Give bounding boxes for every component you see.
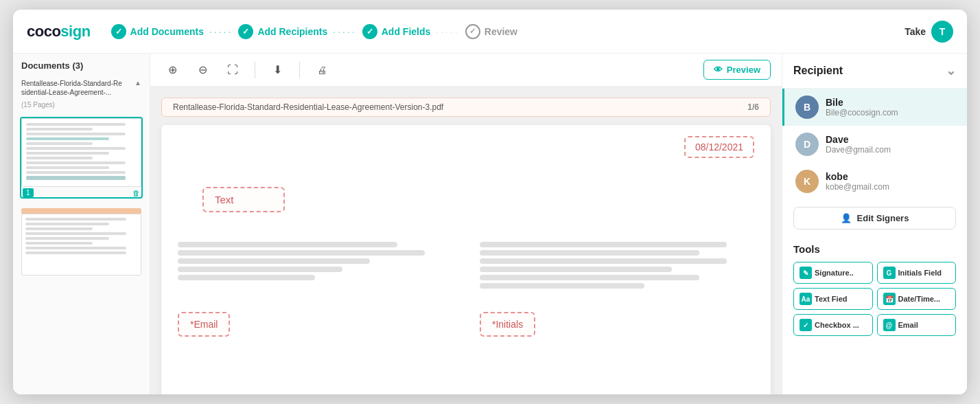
thumb-line	[25, 232, 126, 235]
chevron-down-icon[interactable]: ⌄	[946, 63, 956, 78]
trash-icon[interactable]: 🗑	[132, 189, 140, 197]
doc-line	[178, 250, 425, 256]
print-icon: 🖨	[317, 65, 327, 76]
fit-icon: ⛶	[227, 64, 238, 76]
nav-step-review[interactable]: ✓ Review	[465, 24, 517, 39]
sidebar-header: Documents (3)	[13, 60, 150, 76]
download-icon: ⬇	[273, 63, 282, 76]
thumb-line	[26, 147, 126, 150]
zoom-out-button[interactable]: ⊖	[191, 59, 213, 81]
thumb-line	[26, 133, 126, 135]
check-outline-review: ✓	[465, 24, 480, 39]
recipient-item-kobe[interactable]: K kobe kobe@gmail.com	[782, 163, 967, 200]
thumb-line	[26, 157, 93, 159]
nav-step-add-recipients[interactable]: ✓ Add Recipients	[238, 24, 327, 39]
thumb-line	[25, 242, 93, 245]
thumb-line	[26, 161, 126, 164]
tool-checkbox[interactable]: ✓ Checkbox ...	[793, 314, 873, 336]
right-panel: Recipient ⌄ B Bile Bile@cocosign.com D D…	[782, 54, 967, 394]
thumb-line	[26, 171, 126, 174]
thumb-line	[25, 247, 126, 249]
sidebar-doc-name[interactable]: Rentallease-Florida-Standard-Residential…	[13, 76, 150, 100]
avatar-dave: D	[795, 133, 819, 156]
thumb-line	[26, 128, 93, 131]
initials-field[interactable]: *Initials	[480, 312, 535, 337]
tools-title: Tools	[793, 243, 956, 255]
doc-line	[480, 267, 672, 272]
logo: cocosign	[27, 23, 91, 41]
sidebar: Documents (3) Rentallease-Florida-Standa…	[13, 54, 150, 394]
thumb-line	[25, 237, 109, 240]
print-button[interactable]: 🖨	[311, 59, 333, 81]
avatar-kobe: K	[795, 170, 819, 193]
zoom-in-icon: ⊕	[168, 63, 177, 76]
doc-content: Rentallease-Florida-Standard-Residential…	[150, 87, 782, 394]
calendar-icon: 📅	[883, 293, 896, 305]
doc-line	[480, 283, 644, 289]
check-icon-recipients: ✓	[238, 24, 253, 39]
doc-line	[480, 258, 727, 264]
top-nav: cocosign ✓ Add Documents ····· ✓ Add Rec…	[13, 10, 967, 54]
recipient-info-kobe: kobe kobe@gmail.com	[826, 171, 956, 192]
download-button[interactable]: ⬇	[266, 59, 288, 81]
page-thumb-1[interactable]: 1 🗑	[20, 117, 143, 199]
nav-steps: ✓ Add Documents ····· ✓ Add Recipients ·…	[111, 24, 905, 39]
recipient-header: Recipient ⌄	[782, 54, 967, 89]
zoom-in-button[interactable]: ⊕	[161, 59, 183, 81]
doc-line	[178, 242, 397, 247]
nav-step-add-documents[interactable]: ✓ Add Documents	[111, 24, 204, 39]
email-field[interactable]: *Email	[178, 312, 230, 337]
tools-section: Tools ✎ Signature.. G Initials Field Aa	[782, 236, 967, 336]
date-field[interactable]: 08/12/2021	[684, 136, 754, 158]
tool-text[interactable]: Aa Text Fied	[793, 288, 873, 310]
checkbox-icon: ✓	[800, 319, 812, 331]
doc-line	[480, 275, 699, 280]
thumb-line	[25, 223, 109, 225]
nav-right: Take T	[905, 21, 953, 43]
eye-icon: 👁	[714, 65, 723, 75]
page-thumb-2[interactable]	[20, 207, 143, 277]
dots-2: ·····	[333, 26, 356, 37]
email-icon: @	[883, 319, 896, 331]
dots-3: ·····	[436, 26, 459, 37]
initials-icon: G	[883, 267, 896, 279]
text-icon: Aa	[800, 293, 812, 305]
text-field[interactable]: Text	[202, 187, 285, 212]
main-body: Documents (3) Rentallease-Florida-Standa…	[13, 54, 967, 394]
recipient-info-dave: Dave Dave@gmail.com	[826, 134, 956, 155]
take-button[interactable]: Take T	[905, 21, 953, 43]
zoom-out-icon: ⊖	[198, 63, 207, 76]
fit-screen-button[interactable]: ⛶	[222, 59, 244, 81]
tool-email[interactable]: @ Email	[877, 314, 957, 336]
recipient-item-dave[interactable]: D Dave Dave@gmail.com	[782, 126, 967, 163]
doc-line	[178, 258, 370, 264]
check-icon-documents: ✓	[111, 24, 126, 39]
filename-bar: Rentallease-Florida-Standard-Residential…	[161, 98, 771, 117]
sidebar-pages: (15 Pages)	[13, 100, 150, 114]
nav-step-add-fields[interactable]: ✓ Add Fields	[362, 24, 431, 39]
edit-signers-button[interactable]: 👤 Edit Signers	[793, 207, 956, 229]
thumb-line	[26, 166, 109, 169]
tools-grid: ✎ Signature.. G Initials Field Aa Text F…	[793, 262, 956, 336]
preview-button[interactable]: 👁 Preview	[703, 60, 771, 80]
tool-datetime[interactable]: 📅 Date/Time...	[877, 288, 957, 310]
thumb-line	[26, 152, 109, 155]
thumb-line	[26, 176, 126, 180]
thumb-line	[26, 142, 93, 145]
tool-initials[interactable]: G Initials Field	[877, 262, 957, 284]
thumb-line	[25, 251, 126, 254]
recipient-item-bile[interactable]: B Bile Bile@cocosign.com	[782, 89, 967, 126]
doc-area: ⊕ ⊖ ⛶ ⬇ 🖨 👁 Preview	[150, 54, 782, 394]
doc-line	[178, 267, 342, 272]
doc-line	[480, 242, 727, 247]
toolbar-sep-1	[255, 62, 255, 78]
thumb-line	[25, 227, 93, 230]
recipient-info-bile: Bile Bile@cocosign.com	[826, 97, 956, 117]
avatar-bile: B	[795, 96, 819, 119]
thumb-line	[26, 137, 109, 140]
chevron-icon: ▲	[135, 79, 141, 87]
thumb-line	[26, 123, 126, 126]
toolbar-sep-2	[299, 62, 300, 78]
tool-signature[interactable]: ✎ Signature..	[793, 262, 873, 284]
doc-page: 08/12/2021 Text	[161, 125, 771, 394]
